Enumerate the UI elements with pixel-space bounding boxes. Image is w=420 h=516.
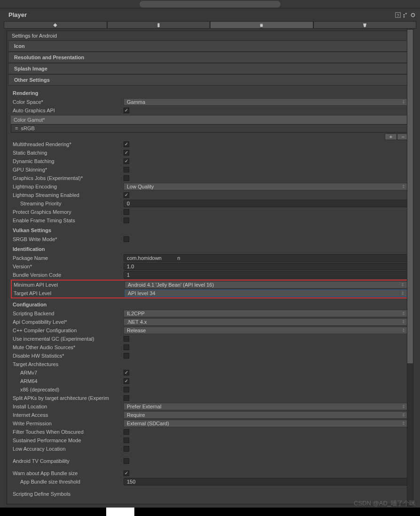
graphics-jobs-label: Graphics Jobs (Experimental)*	[11, 175, 124, 181]
search-bar	[0, 0, 420, 8]
x86-label: x86 (deprecated)	[11, 387, 124, 392]
warn-bundle-checkbox[interactable]	[124, 470, 129, 476]
svg-text:?: ?	[397, 13, 399, 17]
frame-timing-checkbox[interactable]	[124, 218, 129, 223]
bottom-white	[106, 508, 134, 516]
api-compat-label: Api Compatibility Level*	[11, 319, 124, 325]
lightmap-streaming-checkbox[interactable]	[124, 192, 129, 198]
help-icon[interactable]: ?	[395, 12, 401, 18]
cpp-compiler-dropdown[interactable]: Release‡	[124, 327, 409, 334]
color-gamut-list: =sRGB	[11, 124, 409, 133]
svg-rect-7	[260, 24, 263, 27]
settings-icon[interactable]	[402, 12, 409, 18]
color-space-dropdown[interactable]: Gamma‡	[124, 98, 409, 106]
graphics-jobs-checkbox[interactable]	[124, 175, 129, 181]
header-icons: ?	[395, 12, 416, 18]
svg-point-5	[412, 13, 415, 16]
warn-bundle-label: Warn about App Bundle size	[11, 470, 124, 476]
gpu-skinning-checkbox[interactable]	[124, 167, 129, 172]
package-name-label: Package Name	[11, 255, 124, 261]
srgb-write-checkbox[interactable]	[124, 236, 129, 242]
scrollbar[interactable]	[407, 29, 413, 507]
disable-hw-label: Disable HW Statistics*	[11, 353, 124, 359]
streaming-priority-label: Streaming Priority	[11, 201, 124, 206]
scripting-backend-label: Scripting Backend	[11, 311, 124, 316]
settings-panel: Settings for Android Icon Resolution and…	[7, 31, 413, 504]
sustained-perf-label: Sustained Performance Mode	[11, 438, 124, 443]
section-resolution[interactable]: Resolution and Presentation	[8, 52, 412, 63]
incremental-gc-label: Use incremental GC (Experimental)	[11, 336, 124, 342]
target-api-label: Target API Level	[12, 290, 124, 296]
version-input[interactable]	[124, 263, 409, 270]
static-batching-checkbox[interactable]	[124, 150, 129, 156]
search-input[interactable]	[140, 1, 280, 8]
dynamic-batching-label: Dynamic Batching	[11, 158, 124, 164]
svg-rect-2	[404, 14, 405, 16]
api-compat-dropdown[interactable]: .NET 4.x‡	[124, 318, 409, 326]
bottom-bar	[0, 508, 420, 516]
color-gamut-item[interactable]: =sRGB	[11, 125, 409, 132]
rendering-title: Rendering	[11, 87, 409, 98]
protect-graphics-checkbox[interactable]	[124, 209, 129, 215]
srgb-write-label: SRGB Write Mode*	[11, 236, 124, 242]
drag-handle-icon[interactable]: =	[15, 125, 18, 131]
tab-webgl[interactable]	[313, 21, 417, 29]
bundle-code-label: Bundle Version Code	[11, 272, 124, 278]
dynamic-batching-checkbox[interactable]	[124, 158, 129, 164]
armv7-label: ARMv7	[11, 370, 124, 375]
color-space-label: Color Space*	[11, 99, 124, 105]
mute-audio-checkbox[interactable]	[124, 344, 129, 350]
watermark: CSDN @AD_喵了个咪	[354, 499, 415, 508]
write-permission-dropdown[interactable]: External (SDCard)‡	[124, 420, 409, 427]
split-apks-checkbox[interactable]	[124, 395, 129, 401]
bundle-code-input[interactable]	[124, 271, 409, 279]
install-location-label: Install Location	[11, 404, 124, 409]
svg-point-8	[261, 23, 261, 24]
target-api-dropdown[interactable]: API level 34‡	[124, 289, 408, 297]
gear-icon[interactable]	[410, 12, 416, 18]
sustained-perf-checkbox[interactable]	[124, 438, 129, 443]
mute-audio-label: Mute Other Audio Sources*	[11, 344, 124, 350]
x86-checkbox	[124, 387, 129, 392]
bundle-threshold-input[interactable]	[124, 478, 409, 485]
android-tv-label: Android TV Compatibility	[11, 458, 124, 464]
auto-graphics-checkbox[interactable]	[124, 108, 129, 113]
incremental-gc-checkbox[interactable]	[124, 336, 129, 342]
arm64-label: ARM64	[11, 378, 124, 384]
frame-timing-label: Enable Frame Timing Stats	[11, 218, 124, 223]
multithreaded-checkbox[interactable]	[124, 141, 129, 147]
filter-touches-checkbox[interactable]	[124, 429, 129, 435]
svg-point-9	[262, 23, 262, 24]
section-splash[interactable]: Splash Image	[8, 63, 412, 74]
tab-ios[interactable]	[107, 21, 210, 29]
low-accuracy-label: Low Accuracy Location	[11, 446, 124, 452]
tab-standalone[interactable]	[4, 21, 107, 29]
filter-touches-label: Filter Touches When Obscured	[11, 429, 124, 435]
tab-android[interactable]	[210, 21, 313, 29]
scrollbar-thumb[interactable]	[407, 30, 413, 363]
other-settings-body: Rendering Color Space*Gamma‡ Auto Graphi…	[7, 86, 413, 504]
vulkan-title: Vulkan Settings	[11, 225, 409, 235]
install-location-dropdown[interactable]: Prefer External‡	[124, 403, 409, 410]
protect-graphics-label: Protect Graphics Memory	[11, 209, 124, 215]
streaming-priority-input[interactable]	[124, 200, 409, 207]
internet-access-dropdown[interactable]: Require‡	[124, 411, 409, 419]
write-permission-label: Write Permission	[11, 421, 124, 426]
scripting-backend-dropdown[interactable]: IL2CPP‡	[124, 310, 409, 317]
split-apks-label: Split APKs by target architecture (Exper…	[11, 395, 124, 401]
gpu-skinning-label: GPU Skinning*	[11, 167, 124, 172]
arm64-checkbox[interactable]	[124, 378, 129, 384]
disable-hw-checkbox[interactable]	[124, 353, 129, 359]
panel-title: Player	[8, 11, 27, 18]
min-api-label: Minimum API Level	[12, 282, 124, 288]
low-accuracy-checkbox[interactable]	[124, 446, 129, 452]
section-icon[interactable]: Icon	[8, 40, 412, 52]
lightmap-encoding-dropdown[interactable]: Low Quality‡	[124, 183, 409, 190]
package-name-input[interactable]	[124, 254, 409, 262]
scripting-define-label: Scripting Define Symbols	[11, 491, 124, 497]
section-other[interactable]: Other Settings	[8, 74, 412, 86]
android-tv-checkbox[interactable]	[124, 458, 129, 464]
add-button[interactable]: +	[385, 133, 397, 140]
min-api-dropdown[interactable]: Android 4.1 'Jelly Bean' (API level 16)‡	[124, 281, 408, 289]
armv7-checkbox[interactable]	[124, 370, 129, 375]
